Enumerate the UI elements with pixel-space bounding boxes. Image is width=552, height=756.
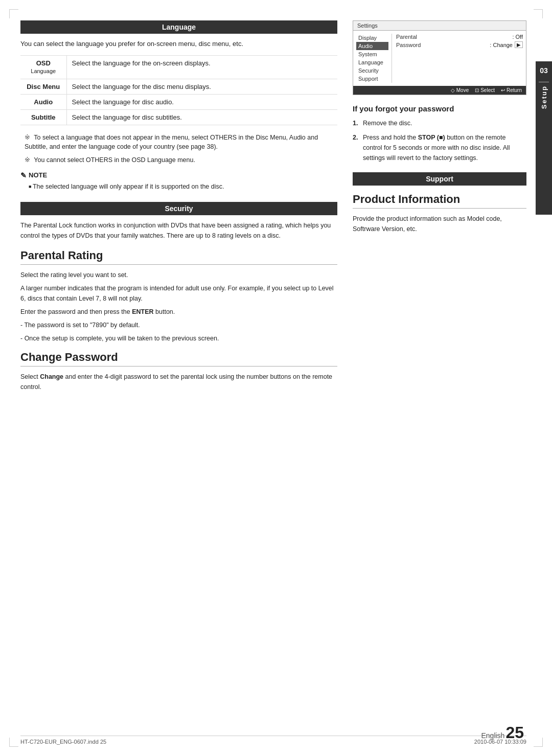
chapter-label: Setup (540, 85, 548, 109)
change-label: Change (40, 373, 63, 380)
language-header: Language (20, 20, 337, 34)
note-item: The selected language will only appear i… (20, 182, 337, 192)
stop-label: STOP (■) (418, 134, 445, 141)
settings-box-content: Display Audio System Language Security S… (353, 31, 526, 86)
step-number-2: 2. (353, 132, 360, 163)
menu-item-support[interactable]: Support (356, 75, 388, 83)
change-password-body: Select Change and enter the 4-digit pass… (20, 372, 337, 392)
parental-p4: - The password is set to "7890" by defau… (20, 320, 337, 330)
parental-rating-section: Parental Rating Select the rating level … (20, 249, 337, 343)
change-password-title: Change Password (20, 351, 337, 366)
corner-mark-bl (9, 738, 18, 747)
page-footer: HT-C720-EUR_ENG-0607.indd 25 2010-06-07 … (20, 736, 526, 745)
right-column: Settings Display Audio System Language S… (353, 20, 526, 730)
settings-bottom-bar: ◇ Move ⊡ Select ↩ Return (353, 86, 526, 95)
support-section: Support (353, 172, 526, 186)
enter-label: ENTER (132, 308, 153, 315)
table-row: OSD Language Select the language for the… (20, 55, 337, 79)
table-cell-key: OSD Language (20, 55, 66, 79)
forgot-step-1: 1. Remove the disc. (353, 118, 526, 128)
corner-mark-br (534, 738, 543, 747)
detail-val-parental: : Off (512, 34, 523, 40)
move-icon: ◇ (451, 87, 455, 93)
note-title: ✎ NOTE (20, 171, 337, 179)
parental-p3: Enter the password and then press the EN… (20, 307, 337, 317)
parental-p5: - Once the setup is complete, you will b… (20, 333, 337, 343)
forgot-title: If you forgot your password (353, 104, 526, 113)
return-icon: ↩ (501, 87, 505, 93)
note-text-2: ※ You cannot select OTHERS in the OSD La… (25, 155, 337, 165)
chapter-tab: 03 Setup (536, 61, 552, 215)
page-number-label: English (481, 731, 504, 740)
tab-divider (539, 82, 549, 82)
page-number-block: English 25 (481, 724, 524, 741)
security-text: The Parental Lock function works in conj… (20, 220, 337, 241)
menu-item-security[interactable]: Security (356, 66, 388, 75)
product-info-title: Product Information (353, 193, 526, 209)
settings-menu: Display Audio System Language Security S… (356, 34, 392, 83)
table-cell-value: Select the language for the on-screen di… (66, 55, 337, 79)
forgot-step-2: 2. Press and hold the STOP (■) button on… (353, 132, 526, 163)
page: 03 Setup Language You can select the lan… (0, 0, 552, 756)
step-text-1: Remove the disc. (363, 118, 412, 128)
step-text-2: Press and hold the STOP (■) button on th… (363, 132, 526, 163)
detail-row-parental: Parental : Off (396, 34, 523, 40)
menu-item-system[interactable]: System (356, 50, 388, 58)
left-column: Language You can select the language you… (20, 20, 337, 730)
settings-box-title: Settings (353, 21, 526, 31)
table-cell-value: Select the language for the disc menu di… (66, 79, 337, 94)
detail-row-password: Password : Change ▶ (396, 41, 523, 48)
arrow-icon: ▶ (515, 41, 523, 48)
table-cell-key: Disc Menu (20, 79, 66, 94)
table-cell-value: Select the language for disc subtitles. (66, 109, 337, 125)
corner-mark-tr (534, 9, 543, 18)
detail-val-password: : Change ▶ (490, 41, 523, 48)
note-text-1: ※ To select a language that does not app… (25, 132, 337, 152)
settings-detail: Parental : Off Password : Change ▶ (392, 34, 523, 83)
note-block: ※ To select a language that does not app… (20, 132, 337, 165)
step-number-1: 1. (353, 118, 360, 128)
language-table: OSD Language Select the language for the… (20, 55, 337, 125)
support-header: Support (353, 172, 526, 186)
chapter-number: 03 (540, 66, 548, 75)
corner-mark-tl (9, 9, 18, 18)
menu-item-display[interactable]: Display (356, 34, 388, 42)
table-cell-key: Subtitle (20, 109, 66, 125)
parental-p1: Select the rating level you want to set. (20, 270, 337, 280)
table-row: Subtitle Select the language for disc su… (20, 109, 337, 125)
note-label: NOTE (29, 171, 47, 179)
table-row: Audio Select the language for disc audio… (20, 94, 337, 109)
nav-move: ◇ Move (451, 87, 469, 93)
page-number: 25 (505, 724, 524, 741)
product-info-section: Product Information Provide the product … (353, 193, 526, 234)
select-icon: ⊡ (475, 87, 479, 93)
language-intro: You can select the language you prefer f… (20, 39, 337, 49)
parental-rating-title: Parental Rating (20, 249, 337, 265)
product-info-text: Provide the product information such as … (353, 214, 526, 234)
menu-item-audio[interactable]: Audio (356, 42, 388, 50)
nav-return: ↩ Return (501, 87, 522, 93)
footer-filename: HT-C720-EUR_ENG-0607.indd 25 (20, 739, 106, 745)
table-cell-key: Audio (20, 94, 66, 109)
table-row: Disc Menu Select the language for the di… (20, 79, 337, 94)
menu-item-language[interactable]: Language (356, 58, 388, 66)
note-icon: ✎ (20, 171, 27, 179)
nav-select: ⊡ Select (475, 87, 495, 93)
parental-p2: A larger number indicates that the progr… (20, 283, 337, 304)
parental-rating-body: Select the rating level you want to set.… (20, 270, 337, 343)
security-header: Security (20, 202, 337, 215)
detail-key-password: Password (396, 42, 421, 48)
settings-box: Settings Display Audio System Language S… (353, 20, 526, 95)
change-password-text: Select Change and enter the 4-digit pass… (20, 372, 337, 392)
forgot-list: 1. Remove the disc. 2. Press and hold th… (353, 118, 526, 163)
main-content: Language You can select the language you… (20, 20, 526, 730)
language-section: Language You can select the language you… (20, 20, 337, 192)
security-section: Security The Parental Lock function work… (20, 202, 337, 241)
forgot-section: If you forgot your password 1. Remove th… (353, 104, 526, 163)
table-cell-value: Select the language for disc audio. (66, 94, 337, 109)
detail-key-parental: Parental (396, 34, 417, 40)
change-password-section: Change Password Select Change and enter … (20, 351, 337, 392)
